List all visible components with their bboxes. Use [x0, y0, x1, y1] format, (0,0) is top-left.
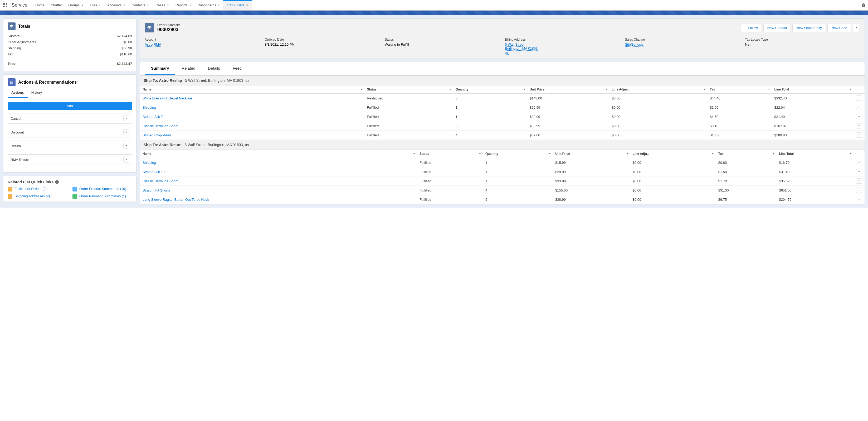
line-item-link[interactable]: Classic Bermuda Short	[143, 124, 178, 128]
info-icon[interactable]: i	[862, 3, 865, 7]
nav-item-contacts[interactable]: Contacts▼	[129, 0, 152, 10]
row-menu-button[interactable]: ▼	[856, 188, 862, 193]
nav-item-cases[interactable]: Cases▼	[152, 0, 172, 10]
line-item-link[interactable]: Striped Crop Pants	[143, 133, 172, 137]
follow-button[interactable]: +Follow	[741, 24, 762, 32]
quick-link[interactable]: Order Product Summaries (10)	[79, 187, 126, 191]
line-item-link[interactable]: Classic Bermuda Short	[143, 179, 178, 183]
row-menu-button[interactable]: ▼	[856, 114, 862, 119]
column-header[interactable]: Name▼	[140, 85, 364, 94]
new-contact-button[interactable]: New Contact	[764, 24, 791, 32]
action-combo-cancel[interactable]: Cancel▼	[8, 113, 132, 124]
chevron-down-icon[interactable]: ▼	[123, 157, 129, 163]
ar-tab-actions[interactable]: Actions	[8, 88, 28, 98]
column-header[interactable]: Status▼	[364, 85, 453, 94]
line-item-link[interactable]: Shipping	[143, 161, 156, 165]
chevron-down-icon[interactable]: ▼	[449, 88, 452, 91]
quick-link[interactable]: Order Payment Summaries (1)	[79, 194, 126, 198]
column-header[interactable]: Tax▼	[707, 85, 772, 94]
nav-item-accounts[interactable]: Accounts▼	[104, 0, 128, 10]
action-combo-rma-return[interactable]: RMA Return▼	[8, 154, 132, 165]
chevron-down-icon[interactable]: ▼	[849, 88, 852, 91]
row-menu-button[interactable]: ▼	[856, 169, 862, 174]
line-item-link[interactable]: Long Sleeve Raglan Button Out Turtle Nec…	[143, 198, 209, 201]
chevron-down-icon[interactable]: ▼	[768, 88, 770, 91]
column-header[interactable]: Tax▼	[716, 150, 777, 158]
quick-link[interactable]: Shipping Addresses (2)	[14, 194, 50, 198]
column-header[interactable]: Quantity▼	[483, 150, 553, 158]
record-tab-feed[interactable]: Feed	[226, 62, 248, 75]
billing-line1-link[interactable]: 5 Wall Street	[505, 43, 524, 47]
record-tab-summary[interactable]: Summary	[145, 62, 175, 75]
billing-line2-link[interactable]: Burlington, MA 01803	[505, 47, 537, 51]
line-item-link[interactable]: Straight Fit Shorts	[143, 188, 170, 192]
nav-item-chatter[interactable]: Chatter	[48, 0, 65, 10]
row-menu-button[interactable]: ▼	[856, 197, 862, 202]
new-opportunity-button[interactable]: New Opportunity	[793, 24, 826, 32]
tab-00002903[interactable]: * 00002903 ✕	[223, 0, 252, 10]
chevron-down-icon[interactable]: ▼	[360, 88, 363, 91]
action-combo-discount[interactable]: Discount▼	[8, 127, 132, 137]
line-item-link[interactable]: White Dress with Jewel Neckline	[143, 96, 192, 100]
chevron-down-icon[interactable]: ▼	[523, 88, 525, 91]
row-menu-button[interactable]: ▼	[856, 160, 862, 165]
chevron-down-icon[interactable]: ▼	[712, 152, 714, 155]
header-label: Tax	[718, 152, 723, 156]
column-header[interactable]: Line Adjus...▼	[609, 85, 707, 94]
column-header[interactable]: Line Total▼	[776, 150, 854, 158]
chevron-down-icon[interactable]: ▼	[772, 152, 775, 155]
total-row: Tax$110.60	[8, 51, 132, 57]
cell-tax: $1.50	[716, 167, 777, 176]
chevron-down-icon[interactable]: ▼	[605, 88, 608, 91]
chevron-down-icon[interactable]: ▼	[703, 88, 706, 91]
add-button[interactable]: Add	[8, 102, 132, 110]
more-actions-button[interactable]: ▼	[853, 24, 860, 32]
status-label: Status	[385, 38, 500, 41]
line-item-link[interactable]: Striped Silk Tie	[143, 170, 165, 174]
action-combo-return[interactable]: Return▼	[8, 141, 132, 151]
nav-item-groups[interactable]: Groups▼	[65, 0, 87, 10]
info-icon[interactable]: i	[55, 180, 59, 184]
chevron-down-icon[interactable]: ▼	[549, 152, 551, 155]
column-header[interactable]: Quantity▼	[453, 85, 527, 94]
chevron-down-icon: ▼	[218, 4, 220, 7]
quick-link[interactable]: Fulfillment Orders (3)	[14, 187, 46, 191]
nav-item-reports[interactable]: Reports▼	[172, 0, 194, 10]
svg-rect-3	[11, 82, 13, 82]
nav-item-dashboards[interactable]: Dashboards▼	[194, 0, 223, 10]
column-header[interactable]: Unit Price▼	[553, 150, 630, 158]
chevron-down-icon[interactable]: ▼	[123, 129, 129, 135]
chevron-down-icon[interactable]: ▼	[413, 152, 415, 155]
line-item-link[interactable]: Striped Silk Tie	[143, 115, 165, 119]
row-menu-button[interactable]: ▼	[856, 178, 862, 184]
account-link[interactable]: Astro RMA	[145, 43, 161, 47]
nav-item-files[interactable]: Files▼	[87, 0, 104, 10]
row-menu-button[interactable]: ▼	[856, 133, 862, 138]
cell-status: Fulfilled	[417, 176, 483, 186]
table-row: White Dress with Jewel NecklineReshipped…	[140, 94, 865, 103]
column-header[interactable]: Line Adju...▼	[630, 150, 716, 158]
chevron-down-icon: ▼	[147, 4, 149, 7]
row-menu-button[interactable]: ▼	[856, 95, 862, 101]
app-launcher-icon[interactable]	[3, 3, 8, 8]
column-header[interactable]: Unit Price▼	[527, 85, 609, 94]
column-header[interactable]: Line Total▼	[772, 85, 854, 94]
chevron-down-icon[interactable]: ▼	[849, 152, 852, 155]
record-tab-related[interactable]: Related	[175, 62, 202, 75]
row-menu-button[interactable]: ▼	[856, 105, 862, 110]
record-tab-details[interactable]: Details	[202, 62, 226, 75]
column-header[interactable]: Status▼	[417, 150, 483, 158]
new-case-button[interactable]: New Case	[828, 24, 851, 32]
column-header[interactable]: Name▼	[140, 150, 417, 158]
chevron-down-icon[interactable]: ▼	[479, 152, 481, 155]
line-item-link[interactable]: Shipping	[143, 106, 156, 110]
close-icon[interactable]: ✕	[246, 3, 248, 7]
chevron-down-icon[interactable]: ▼	[123, 143, 129, 149]
sales-channel-link[interactable]: SiteGenesis	[625, 43, 644, 47]
ar-tab-history[interactable]: History	[28, 88, 45, 98]
chevron-down-icon[interactable]: ▼	[123, 115, 129, 121]
billing-line3-link[interactable]: us	[505, 50, 508, 55]
row-menu-button[interactable]: ▼	[856, 123, 862, 129]
chevron-down-icon[interactable]: ▼	[626, 152, 628, 155]
nav-item-home[interactable]: Home	[32, 0, 48, 10]
